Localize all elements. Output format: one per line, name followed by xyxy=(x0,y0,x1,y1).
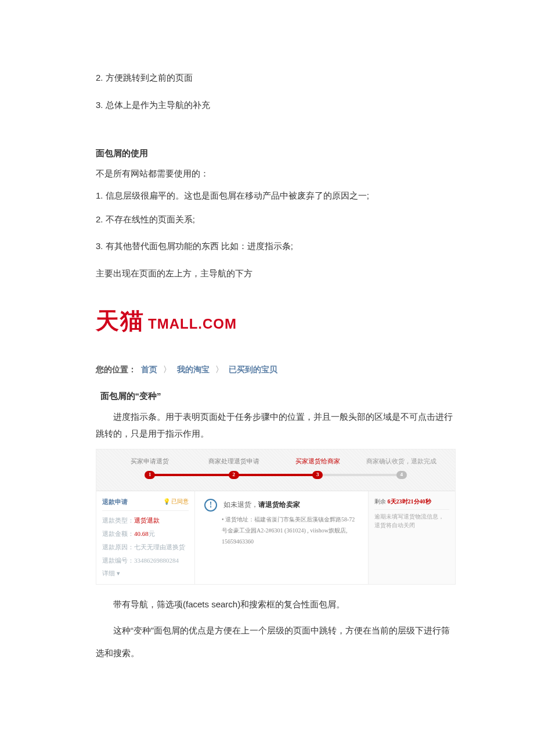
breadcrumb-link-mytaobao[interactable]: 我的淘宝 xyxy=(177,365,210,374)
tmall-logo-en: TMALL.COM xyxy=(148,311,237,337)
body-text: 3. 有其他替代面包屑功能的东西 比如：进度指示条; xyxy=(96,238,456,255)
breadcrumb-link-bought[interactable]: 已买到的宝贝 xyxy=(229,365,277,374)
body-text: 2. 不存在线性的页面关系; xyxy=(96,211,456,228)
tmall-logo-cn: 天猫 xyxy=(96,299,145,343)
body-text: 不是所有网站都需要使用的： xyxy=(96,165,456,182)
step-knob: 1 xyxy=(145,471,155,479)
body-text: 带有导航，筛选项(facets search)和搜索框的复合性面包屑。 xyxy=(96,596,456,613)
step-knob: 4 xyxy=(396,471,407,479)
alert-icon: ! xyxy=(204,499,217,512)
progress-step-current: 买家退货给商家 xyxy=(276,455,360,471)
progress-step: 买家申请退货 xyxy=(108,455,192,471)
breadcrumb: 您的位置： 首页 〉 我的淘宝 〉 已买到的宝贝 xyxy=(96,362,456,377)
countdown-panel: 剩余 6天23时21分40秒 逾期未填写退货物流信息，退货将自动关闭 xyxy=(368,491,455,584)
tmall-logo: 天猫 TMALL.COM xyxy=(96,299,456,343)
progress-step: 商家确认收货，退款完成 xyxy=(360,455,444,471)
body-text: 1. 信息层级很扁平的。这也是面包屑在移动产品中被废弃了的原因之一; xyxy=(96,188,456,204)
section-subheading: 面包屑的“变种” xyxy=(96,388,456,405)
refund-heading: 退款申请 xyxy=(102,496,128,508)
progress-figure: 买家申请退货 商家处理退货申请 买家退货给商家 商家确认收货，退款完成 1 2 … xyxy=(96,449,456,585)
breadcrumb-sep: 〉 xyxy=(163,365,171,374)
body-text: 2. 方便跳转到之前的页面 xyxy=(96,70,456,87)
tmall-logo-figure: 天猫 TMALL.COM xyxy=(96,299,456,343)
refund-status-tag: 💡 已同意 xyxy=(163,496,189,508)
refund-summary: 退款申请 💡 已同意 退款类型：退货退款 退款金额：40.68元 退款原因：七天… xyxy=(96,491,195,584)
body-text: 主要出现在页面的左上方，主导航的下方 xyxy=(96,265,456,282)
breadcrumb-prefix: 您的位置： xyxy=(96,365,136,374)
refund-instruction: ! 如未退货，请退货给卖家 • 退货地址：福建省厦门市集美区后溪镇金辉路58-7… xyxy=(195,491,368,584)
details-toggle[interactable]: 详细 ▾ xyxy=(102,567,189,579)
step-knob: 2 xyxy=(229,471,239,479)
section-heading: 面包屑的使用 xyxy=(96,145,456,162)
breadcrumb-sep: 〉 xyxy=(215,365,223,374)
body-text: 3. 总体上是作为主导航的补充 xyxy=(96,97,456,114)
body-text: 进度指示条。用于表明页面处于任务步骤中的位置，并且一般头部的区域是不可点击进行跳… xyxy=(96,409,456,442)
progress-step: 商家处理退货申请 xyxy=(192,455,276,471)
body-text: 这种“变种”面包屑的优点是方便在上一个层级的页面中跳转，方便在当前的层级下进行筛… xyxy=(96,619,456,664)
step-knob-current: 3 xyxy=(312,471,323,479)
breadcrumb-link-home[interactable]: 首页 xyxy=(141,365,157,374)
